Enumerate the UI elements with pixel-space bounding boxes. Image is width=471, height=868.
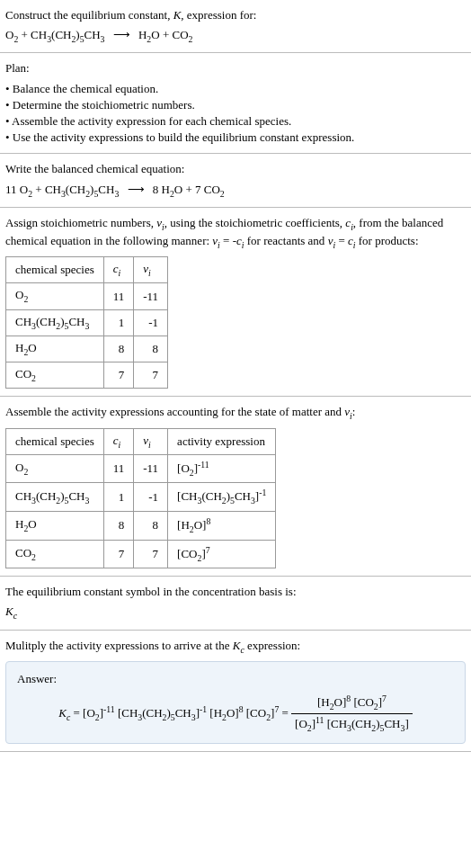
stoich-t4: for reactants and — [244, 234, 328, 247]
species-cell: O2 — [6, 454, 104, 483]
table-row: CO2 7 7 [CO2]7 — [6, 540, 276, 568]
table-row: H2O 8 8 — [6, 336, 168, 362]
act-h1: Assemble the activity expressions accoun… — [5, 405, 344, 418]
nu-cell: 8 — [134, 512, 168, 541]
arrow-icon: ⟶ — [128, 183, 145, 196]
kc-symbol: Kc — [5, 604, 466, 622]
ci-sub: i — [119, 268, 121, 278]
activity-cell: [CH3(CH2)5CH3]-1 — [168, 483, 276, 512]
stoich-section: Assign stoichiometric numbers, νi, using… — [0, 208, 471, 398]
nu-cell: -11 — [134, 283, 168, 309]
c-cell: 7 — [103, 540, 134, 568]
plan-heading: Plan: — [5, 60, 466, 76]
table-header-row: chemical species ci νi activity expressi… — [6, 428, 276, 454]
bal-co-sub: 2 — [220, 188, 225, 198]
mult-t1: Mulitply the activity expressions to arr… — [5, 639, 233, 652]
stoich-t1: Assign stoichiometric numbers, — [5, 216, 156, 229]
nu-cell: 8 — [134, 336, 168, 362]
c-cell: 1 — [103, 309, 134, 336]
col-ci: ci — [103, 428, 134, 454]
col-species: chemical species — [6, 428, 104, 454]
col-nui: νi — [134, 257, 168, 283]
stoich-text: Assign stoichiometric numbers, νi, using… — [5, 215, 466, 251]
nu-cell: -11 — [134, 454, 168, 483]
species-cell: CO2 — [6, 362, 104, 389]
col-nui: νi — [134, 428, 168, 454]
answer-box: Answer: Kc = [O2]-11 [CH3(CH2)5CH3]-1 [H… — [5, 661, 466, 744]
fraction: [H2O]8 [CO2]7 [O2]11 [CH3(CH2)5CH3] — [291, 693, 413, 734]
prod-h: H — [138, 28, 147, 41]
title-section: Construct the equilibrium constant, K, e… — [0, 0, 471, 53]
c-cell: 8 — [103, 512, 134, 541]
title-text-1: Construct the equilibrium constant, — [5, 8, 173, 22]
bal-h: H — [162, 183, 170, 196]
kc-symbol-section: The equilibrium constant symbol in the c… — [0, 577, 471, 630]
eq2b: = — [335, 234, 348, 247]
activity-table: chemical species ci νi activity expressi… — [5, 428, 276, 568]
plus: + — [18, 28, 31, 41]
hept-d: CH — [84, 28, 101, 41]
multiply-heading: Mulitply the activity expressions to arr… — [5, 638, 466, 656]
bal-ho: O — [174, 183, 182, 196]
plan-item: Assemble the activity expression for eac… — [5, 113, 466, 130]
plan-section: Plan: Balance the chemical equation. Det… — [0, 53, 471, 154]
c-cell: 1 — [103, 483, 134, 512]
c-cell: 11 — [103, 283, 134, 309]
balanced-heading: Write the balanced chemical equation: — [5, 161, 466, 177]
bal-hept-dsub: 3 — [114, 188, 119, 198]
nu-cell: 7 — [134, 540, 168, 568]
prod-co: CO — [172, 28, 188, 41]
prod-co-sub: 2 — [189, 34, 193, 44]
hept-dsub: 3 — [101, 34, 105, 44]
kc-heading: The equilibrium constant symbol in the c… — [5, 584, 466, 600]
act-colon: : — [352, 405, 356, 418]
table-row: CH3(CH2)5CH3 1 -1 [CH3(CH2)5CH3]-1 — [6, 483, 276, 512]
activity-cell: [H2O]8 — [168, 512, 276, 541]
balanced-section: Write the balanced chemical equation: 11… — [0, 154, 471, 207]
species-cell: H2O — [6, 336, 104, 362]
activity-section: Assemble the activity expressions accoun… — [0, 397, 471, 577]
bal-plus2: + — [182, 183, 195, 196]
hept-b: (CH — [51, 28, 71, 41]
nu-cell: 7 — [134, 362, 168, 389]
table-row: CH3(CH2)5CH3 1 -1 — [6, 309, 168, 336]
table-row: H2O 8 8 [H2O]8 — [6, 512, 276, 541]
mult-t2: expression: — [244, 639, 300, 652]
bal-hept-d: CH — [98, 183, 114, 196]
activity-cell: [CO2]7 — [168, 540, 276, 568]
stoich-t2: , using the stoichiometric coefficients, — [164, 216, 346, 229]
nui-sub: i — [148, 268, 151, 278]
coef-7: 7 — [195, 183, 204, 196]
table-header-row: chemical species ci νi — [6, 257, 168, 283]
eq1b: = - — [220, 234, 236, 247]
answer-label: Answer: — [17, 671, 454, 687]
bal-plus: + — [32, 183, 45, 196]
bal-hept-b: (CH — [66, 183, 85, 196]
plus2: + — [160, 28, 173, 41]
species-cell: CO2 — [6, 540, 104, 568]
species-cell: O2 — [6, 283, 104, 309]
bal-hept-a: CH — [45, 183, 61, 196]
title-text-2: , expression for: — [181, 8, 256, 22]
plan-item: Determine the stoichiometric numbers. — [5, 97, 466, 113]
answer-section: Mulitply the activity expressions to arr… — [0, 631, 471, 753]
c-cell: 11 — [103, 454, 134, 483]
arrow-icon: ⟶ — [113, 28, 130, 41]
plan-item: Balance the chemical equation. — [5, 81, 466, 97]
col-ci: ci — [103, 257, 134, 283]
fraction-denominator: [O2]11 [CH3(CH2)5CH3] — [291, 713, 413, 735]
species-cell: H2O — [6, 512, 104, 541]
col-species: chemical species — [6, 257, 104, 283]
coef-8: 8 — [153, 183, 162, 196]
answer-equation: Kc = [O2]-11 [CH3(CH2)5CH3]-1 [H2O]8 [CO… — [17, 693, 454, 734]
bal-o: O — [20, 183, 28, 196]
plan-list: Balance the chemical equation. Determine… — [5, 81, 466, 147]
prod-o: O — [151, 28, 159, 41]
activity-cell: [O2]-11 — [168, 454, 276, 483]
table-row: O2 11 -11 — [6, 283, 168, 309]
nu-cell: -1 — [134, 309, 168, 336]
species-cell: CH3(CH2)5CH3 — [6, 309, 104, 336]
bal-co: CO — [204, 183, 220, 196]
c-cell: 8 — [103, 336, 134, 362]
fraction-numerator: [H2O]8 [CO2]7 — [291, 693, 413, 713]
